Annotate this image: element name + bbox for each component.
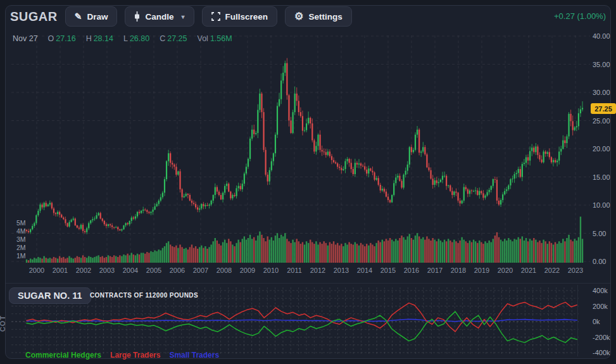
cot-tick-label: 200k [593,303,608,310]
price-tick-label: 30.00 [593,89,610,96]
draw-button[interactable]: ✎ Draw [65,6,118,27]
fullscreen-button[interactable]: Fullscreen [202,6,278,27]
fullscreen-button-label: Fullscreen [225,12,268,22]
quote-close: C27.25 [160,34,187,43]
cot-tick-label: 400k [593,287,608,294]
cot-panel-name: COT [0,315,6,332]
cot-right-separator [577,285,578,356]
year-tick-label: 2021 [517,267,540,274]
year-tick-label: 2006 [166,267,189,274]
volume-tick-label: 4M [16,227,26,235]
pencil-icon: ✎ [75,12,82,21]
price-tick-label: 15.00 [593,173,610,181]
year-tick-label: 2011 [283,267,306,274]
year-tick-label: 2009 [236,267,259,274]
cot-legend-item[interactable]: Small Traders [169,351,219,360]
draw-button-label: Draw [87,12,108,22]
year-tick-label: 2023 [564,267,587,274]
year-tick-label: 2013 [330,267,353,274]
volume-tick-label: 3M [16,235,26,243]
gear-icon: ⚙ [294,11,303,22]
volume-tick-label: 5M [16,219,26,227]
year-tick-label: 2016 [400,267,423,274]
year-tick-label: 2003 [96,267,118,274]
price-tick-label: 10.00 [593,201,610,209]
panel-separator [6,283,610,284]
year-tick-label: 2022 [541,267,563,274]
year-tick-label: 2017 [424,267,446,274]
year-tick-label: 2008 [213,267,236,274]
year-tick-label: 2007 [189,267,212,274]
price-tick-label: 35.00 [593,61,610,68]
volume-tick-label: 2M [16,244,26,251]
quote-open: O27.16 [48,34,76,43]
cot-legend: Commercial HedgersLarge TradersSmall Tra… [25,351,219,360]
quote-date: Nov 27 [13,34,38,43]
quote-high: H28.14 [86,34,113,43]
candle-icon [134,11,140,22]
price-tick-label: 5.00 [593,230,606,237]
price-change-label: +0.27 (1.00%) [554,11,606,21]
cot-legend-item[interactable]: Commercial Hedgers [25,351,101,360]
year-tick-label: 2012 [306,267,329,274]
chevron-down-icon: ▾ [182,13,185,20]
volume-tick-label: 1M [16,252,26,260]
price-tick-label: 0.00 [593,258,606,265]
cot-tick-label: -400k [593,349,610,356]
price-chart-canvas[interactable] [11,32,590,265]
year-tick-label: 2015 [377,267,399,274]
toolbar: SUGAR ✎ Draw Candle ▾ Fullscreen ⚙ Setti… [10,6,352,27]
year-tick-label: 2014 [353,267,376,274]
settings-button-label: Settings [308,12,342,22]
cot-symbol-badge[interactable]: SUGAR NO. 11 [9,287,91,304]
candle-type-button[interactable]: Candle ▾ [125,6,194,27]
year-tick-label: 2001 [49,267,72,274]
year-tick-label: 2020 [494,267,517,274]
price-tick-label: 25.00 [593,117,610,125]
year-tick-label: 2002 [72,267,95,274]
price-tick-label: 40.00 [593,32,610,40]
symbol-title: SUGAR [10,9,58,24]
year-tick-label: 2004 [119,267,142,274]
year-tick-label: 2018 [447,267,470,274]
year-tick-label: 2005 [142,267,165,274]
fullscreen-icon [211,12,220,21]
year-tick-label: 2010 [260,267,282,274]
cot-legend-item[interactable]: Large Traders [110,351,160,360]
settings-button[interactable]: ⚙ Settings [285,6,352,27]
last-price-badge: 27.25 [591,103,616,114]
cot-subtitle: CONTRACTS OF 112000 POUNDS [90,292,198,299]
ohlc-row: Nov 27 O27.16 H28.14 L26.80 C27.25 Vol1.… [13,34,232,43]
year-tick-label: 2000 [25,267,48,274]
year-tick-label: 2019 [470,267,493,274]
candle-button-label: Candle [145,12,173,22]
cot-tick-label: 0k [593,318,600,325]
quote-low: L26.80 [123,34,149,43]
quote-volume: Vol1.56M [197,34,232,43]
price-tick-label: 20.00 [593,145,610,153]
cot-tick-label: -200k [593,334,610,341]
